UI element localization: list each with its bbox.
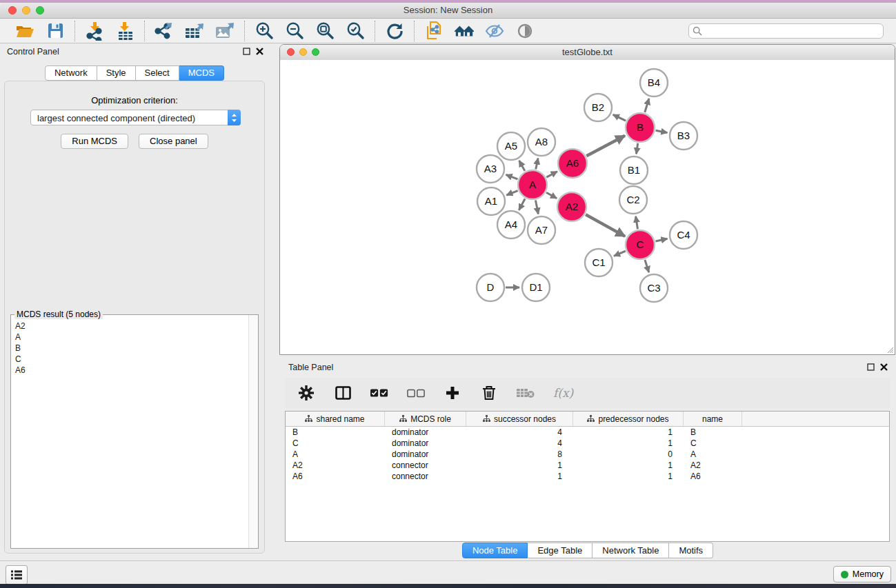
tab-edge-table[interactable]: Edge Table	[528, 543, 593, 558]
open-session-icon[interactable]	[14, 21, 35, 41]
network-node-A2[interactable]: A2	[557, 192, 586, 221]
edge-A-A4[interactable]	[519, 199, 525, 210]
close-network-button[interactable]	[287, 48, 295, 56]
edge-C-C3[interactable]	[645, 260, 649, 272]
edge-A-A7[interactable]	[535, 201, 538, 214]
close-window-button[interactable]	[8, 6, 17, 14]
tab-network[interactable]: Network	[45, 65, 97, 81]
zoom-network-button[interactable]	[312, 48, 319, 56]
copy-network-view-icon[interactable]	[424, 21, 444, 41]
minimize-network-button[interactable]	[299, 48, 307, 56]
column-header-MCDS-role[interactable]: MCDS role	[385, 412, 466, 426]
edge-A-A1[interactable]	[506, 191, 517, 196]
hide-graphics-details-icon[interactable]	[484, 21, 505, 41]
resize-grip-icon[interactable]	[886, 345, 894, 354]
edge-B-B4[interactable]	[645, 99, 649, 112]
function-builder-icon[interactable]: f(x)	[553, 386, 573, 400]
zoom-out-icon[interactable]	[284, 21, 305, 41]
close-panel-button[interactable]: Close panel	[139, 134, 208, 149]
window-titlebar[interactable]: Session: New Session	[0, 3, 896, 19]
search-input[interactable]	[688, 23, 884, 39]
column-header-shared-name[interactable]: shared name	[286, 412, 385, 426]
edge-A-A2[interactable]	[546, 192, 557, 199]
network-node-B[interactable]: B	[626, 113, 655, 142]
show-panels-button[interactable]	[6, 565, 28, 585]
import-table-icon[interactable]	[115, 21, 135, 41]
home-icon[interactable]	[454, 21, 475, 41]
network-node-C4[interactable]: C4	[670, 221, 697, 249]
network-node-C2[interactable]: C2	[619, 186, 647, 214]
show-graphics-details-icon[interactable]	[515, 21, 535, 41]
network-canvas[interactable]: AA1A2A3A4A5A6A7A8BB1B2B3B4CC1C2C3C4DD1	[280, 60, 895, 354]
edge-C-C2[interactable]	[636, 216, 638, 230]
tab-mcds[interactable]: MCDS	[179, 65, 224, 81]
edge-A6-B[interactable]	[586, 136, 625, 156]
mcds-result-item[interactable]: A2	[15, 321, 248, 332]
network-node-A3[interactable]: A3	[477, 155, 504, 183]
add-column-icon[interactable]	[444, 384, 461, 402]
tab-style[interactable]: Style	[97, 65, 136, 81]
mcds-result-item[interactable]: C	[15, 354, 248, 365]
zoom-window-button[interactable]	[36, 6, 44, 14]
close-panel-icon[interactable]	[256, 48, 263, 55]
zoom-in-icon[interactable]	[254, 21, 275, 41]
edge-A-A5[interactable]	[519, 161, 525, 171]
network-node-B2[interactable]: B2	[584, 94, 612, 121]
network-node-C1[interactable]: C1	[585, 249, 613, 276]
float-table-panel-icon[interactable]	[867, 363, 875, 371]
table-settings-icon[interactable]	[297, 384, 315, 402]
network-node-A6[interactable]: A6	[558, 149, 587, 178]
network-node-B3[interactable]: B3	[670, 122, 697, 150]
edge-B-B1[interactable]	[636, 143, 637, 154]
float-panel-icon[interactable]	[243, 48, 250, 55]
edge-C-C4[interactable]	[655, 239, 667, 241]
network-view-window[interactable]: testGlobe.txt AA1A2A3A4A5A6A7A8BB1B2B3B4…	[279, 44, 895, 355]
tab-network-table[interactable]: Network Table	[593, 543, 669, 558]
network-node-D[interactable]: D	[477, 274, 504, 301]
close-table-panel-icon[interactable]	[880, 363, 888, 371]
import-network-icon[interactable]	[84, 21, 105, 41]
edge-B-B2[interactable]	[613, 114, 626, 121]
table-row[interactable]: Bdominator41B	[286, 427, 889, 438]
network-node-A[interactable]: A	[518, 170, 547, 199]
memory-button[interactable]: Memory	[833, 566, 891, 582]
network-node-A4[interactable]: A4	[497, 211, 525, 239]
edge-A-A6[interactable]	[546, 172, 557, 177]
table-row[interactable]: Adominator80A	[286, 449, 889, 460]
column-header-successor-nodes[interactable]: successor nodes	[466, 412, 573, 426]
tab-select[interactable]: Select	[136, 65, 179, 81]
column-header-predecessor-nodes[interactable]: predecessor nodes	[573, 412, 684, 426]
network-node-C3[interactable]: C3	[640, 274, 668, 302]
network-node-D1[interactable]: D1	[522, 274, 550, 301]
mcds-result-item[interactable]: B	[15, 343, 248, 354]
export-network-icon[interactable]	[154, 21, 175, 41]
criterion-select[interactable]: largest connected component (directed)	[30, 110, 241, 125]
delete-column-icon[interactable]	[480, 384, 498, 402]
export-table-icon[interactable]	[184, 21, 205, 41]
minimize-window-button[interactable]	[22, 6, 30, 14]
column-view-icon[interactable]	[334, 384, 352, 402]
select-all-icon[interactable]	[370, 384, 388, 402]
edge-C-C1[interactable]	[614, 251, 626, 256]
network-node-B4[interactable]: B4	[640, 69, 668, 97]
zoom-fit-icon[interactable]	[315, 21, 335, 41]
edge-A-A3[interactable]	[506, 174, 517, 179]
mcds-result-item[interactable]: A6	[15, 365, 248, 376]
deselect-all-icon[interactable]	[407, 384, 425, 402]
mcds-result-scrollbar[interactable]	[248, 315, 258, 548]
edge-A2-C[interactable]	[586, 214, 625, 236]
save-session-icon[interactable]	[45, 21, 66, 41]
refresh-icon[interactable]	[384, 21, 405, 41]
table-row[interactable]: Cdominator41C	[286, 438, 889, 449]
mcds-result-list[interactable]: A2ABCA6	[11, 318, 248, 548]
network-node-A5[interactable]: A5	[497, 132, 525, 160]
network-node-A8[interactable]: A8	[528, 128, 555, 156]
network-node-C[interactable]: C	[626, 230, 655, 259]
run-mcds-button[interactable]: Run MCDS	[61, 134, 128, 149]
edge-B-B3[interactable]	[656, 130, 668, 132]
zoom-selected-icon[interactable]	[345, 21, 366, 41]
tab-node-table[interactable]: Node Table	[462, 543, 528, 558]
network-node-B1[interactable]: B1	[620, 156, 648, 184]
delete-table-icon[interactable]	[517, 384, 535, 402]
tab-motifs[interactable]: Motifs	[669, 543, 713, 558]
